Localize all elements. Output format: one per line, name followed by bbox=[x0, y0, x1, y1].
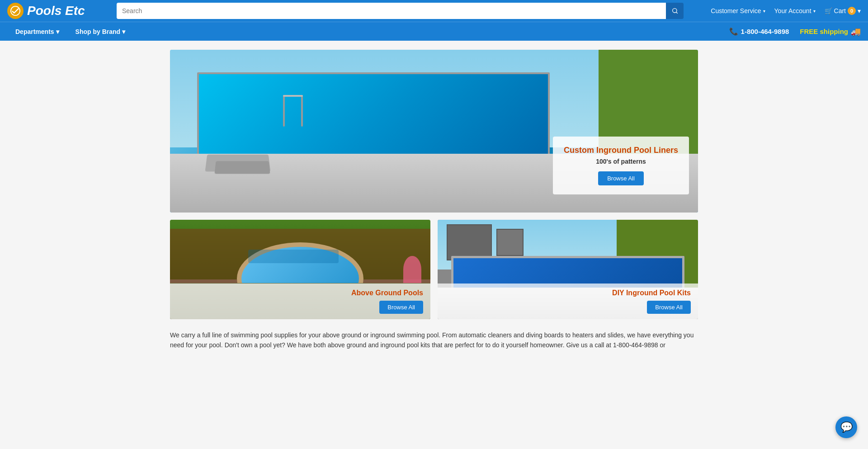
logo-area: Pools Etc bbox=[7, 3, 111, 19]
customer-service-link[interactable]: Customer Service ▾ bbox=[711, 7, 765, 14]
hero-overlay: Custom Inground Pool Liners 100's of pat… bbox=[553, 137, 689, 194]
phone-number: 1-800-464-9898 bbox=[741, 28, 789, 35]
search-input[interactable] bbox=[117, 3, 666, 19]
above-ground-card-overlay: Above Ground Pools Browse All bbox=[170, 284, 430, 319]
above-ground-pools-card: Above Ground Pools Browse All bbox=[170, 220, 430, 319]
your-account-chevron-icon: ▾ bbox=[813, 9, 816, 14]
hero-subtitle: 100's of patterns bbox=[564, 158, 678, 165]
your-account-link[interactable]: Your Account ▾ bbox=[774, 7, 816, 14]
logo-icon bbox=[7, 3, 24, 19]
header-top: Pools Etc Customer Service ▾ Your Accoun… bbox=[0, 0, 868, 22]
header: Pools Etc Customer Service ▾ Your Accoun… bbox=[0, 0, 868, 41]
departments-chevron-icon: ▾ bbox=[56, 28, 59, 35]
departments-nav-item[interactable]: Departments ▾ bbox=[7, 22, 67, 41]
hero-browse-all-button[interactable]: Browse All bbox=[598, 171, 644, 185]
logo-text: Pools Etc bbox=[27, 5, 85, 17]
header-links: Customer Service ▾ Your Account ▾ 🛒 Cart… bbox=[689, 7, 861, 15]
search-button[interactable] bbox=[666, 3, 684, 19]
description-text: We carry a full line of swimming pool su… bbox=[170, 328, 698, 352]
cart-label: Cart bbox=[834, 7, 846, 14]
inground-card-title: DIY Inground Pool Kits bbox=[612, 289, 691, 297]
nav-bar: Departments ▾ Shop by Brand ▾ 📞 1-800-46… bbox=[0, 22, 868, 41]
search-area bbox=[117, 3, 684, 19]
cart-link[interactable]: 🛒 Cart 0 ▾ bbox=[825, 7, 861, 15]
truck-icon: 🚚 bbox=[851, 27, 861, 37]
customer-service-chevron-icon: ▾ bbox=[763, 9, 765, 14]
pool-cards-row: Above Ground Pools Browse All DIY Ingrou… bbox=[170, 220, 698, 319]
phone-icon: 📞 bbox=[729, 27, 738, 36]
inground-card-overlay: DIY Inground Pool Kits Browse All bbox=[438, 284, 698, 319]
shop-by-brand-chevron-icon: ▾ bbox=[122, 28, 125, 35]
cart-chevron-icon: ▾ bbox=[858, 7, 861, 14]
above-ground-card-title: Above Ground Pools bbox=[351, 289, 423, 297]
free-shipping-area: FREE shipping 🚚 bbox=[800, 27, 861, 37]
cart-count-badge: 0 bbox=[848, 7, 856, 15]
main-content: Custom Inground Pool Liners 100's of pat… bbox=[163, 41, 705, 361]
inground-browse-button[interactable]: Browse All bbox=[647, 301, 691, 314]
hero-banner: Custom Inground Pool Liners 100's of pat… bbox=[170, 50, 698, 213]
phone-area: 📞 1-800-464-9898 bbox=[729, 27, 789, 36]
nav-left: Departments ▾ Shop by Brand ▾ bbox=[7, 22, 133, 41]
nav-right: 📞 1-800-464-9898 FREE shipping 🚚 bbox=[729, 27, 861, 37]
inground-pools-card: DIY Inground Pool Kits Browse All bbox=[438, 220, 698, 319]
shop-by-brand-nav-item[interactable]: Shop by Brand ▾ bbox=[67, 22, 134, 41]
free-shipping-label: FREE shipping bbox=[800, 28, 848, 35]
above-ground-browse-button[interactable]: Browse All bbox=[379, 301, 423, 314]
hero-title: Custom Inground Pool Liners bbox=[564, 146, 678, 155]
cart-icon: 🛒 bbox=[825, 7, 832, 14]
